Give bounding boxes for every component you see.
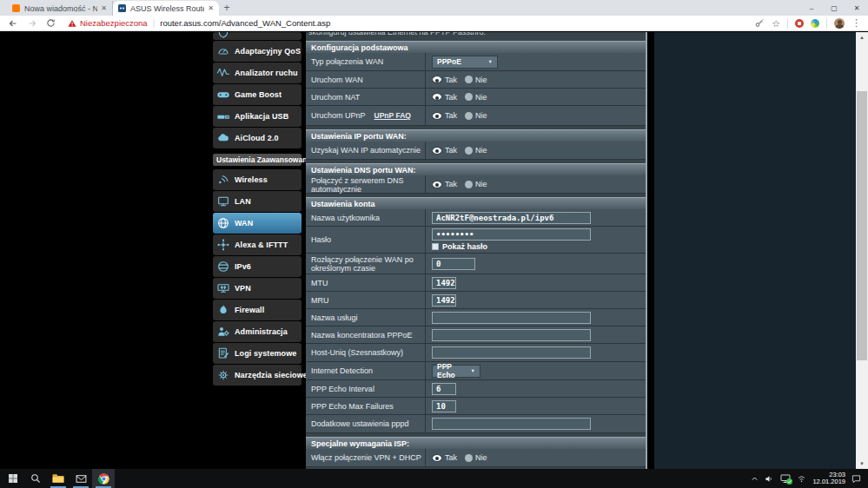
radio-label: Tak bbox=[445, 93, 457, 102]
chrome-taskbar-icon[interactable] bbox=[92, 469, 115, 488]
tray-chevron-icon[interactable] bbox=[751, 475, 759, 483]
text-input[interactable] bbox=[432, 418, 591, 430]
pppoe-select[interactable]: PPPoE▼ bbox=[432, 56, 498, 69]
usb-icon bbox=[215, 109, 230, 124]
profile-avatar[interactable] bbox=[834, 18, 845, 29]
network-ethernet-icon[interactable] bbox=[780, 474, 791, 484]
sidebar-item-administracja[interactable]: Administracja bbox=[213, 321, 301, 342]
scroll-down-arrow[interactable]: ▼ bbox=[856, 458, 868, 469]
text-input[interactable]: 0 bbox=[432, 258, 475, 270]
radio-tak-selected[interactable] bbox=[432, 181, 442, 188]
text-input[interactable] bbox=[432, 346, 591, 359]
bookmark-star-icon[interactable]: ☆ bbox=[772, 19, 780, 28]
ppp-echo-select[interactable]: PPP Echo▼ bbox=[432, 365, 480, 378]
radio-tak-selected[interactable] bbox=[432, 93, 442, 101]
row-label-text: Połączyć z serwerem DNS automatycznie bbox=[311, 176, 421, 194]
row-value: ••••••••Pokaż hasło bbox=[426, 227, 646, 253]
tab-close-icon[interactable]: ✕ bbox=[208, 4, 214, 12]
vertical-scrollbar[interactable]: ▲ ▼ bbox=[856, 32, 868, 469]
taskbar-clock[interactable]: 23:03 12.01.2019 bbox=[812, 472, 845, 486]
sidebar-item-ipv6[interactable]: IPv6 bbox=[213, 256, 301, 277]
row-value: 0 bbox=[426, 254, 646, 274]
sidebar-item-lan[interactable]: LAN bbox=[213, 191, 301, 212]
sidebar-item-vpn[interactable]: VPN bbox=[213, 278, 301, 299]
text-input[interactable]: AcNR2tF@neostrada.pl/ipv6 bbox=[432, 212, 591, 224]
wave-icon bbox=[215, 66, 230, 81]
radio-nie[interactable] bbox=[465, 76, 473, 83]
forward-icon[interactable] bbox=[25, 16, 38, 30]
cloud-icon bbox=[215, 131, 230, 146]
sidebar-item-game-boost[interactable]: Game Boost bbox=[213, 84, 301, 105]
text-input[interactable]: 6 bbox=[432, 383, 456, 395]
close-button[interactable]: ✕ bbox=[845, 0, 868, 16]
show-password-checkbox[interactable] bbox=[432, 243, 439, 250]
row-label: Połączyć z serwerem DNS automatycznie bbox=[306, 175, 426, 193]
sidebar-item-aicloud-2-0[interactable]: AiCloud 2.0 bbox=[213, 128, 301, 148]
input-value: 1492 bbox=[436, 296, 455, 305]
key-icon[interactable] bbox=[754, 18, 765, 29]
sidebar-item-wan[interactable]: WAN bbox=[213, 213, 301, 234]
row-value: PPPoE▼ bbox=[426, 53, 646, 70]
text-input[interactable]: 1492 bbox=[432, 294, 456, 307]
sidebar-item-clipped[interactable] bbox=[213, 32, 301, 40]
form-row-uruchom-wan: Uruchom WANTakNie bbox=[306, 71, 646, 89]
radio-tak-selected[interactable] bbox=[432, 147, 442, 155]
adblock-extension-icon[interactable] bbox=[795, 19, 804, 28]
radio-nie[interactable] bbox=[465, 454, 473, 462]
file-explorer-icon[interactable] bbox=[47, 469, 70, 488]
radio-nie[interactable] bbox=[465, 147, 473, 155]
reload-icon[interactable] bbox=[44, 16, 57, 30]
mail-app-icon[interactable] bbox=[70, 469, 92, 488]
browser-menu-icon[interactable]: ⋮ bbox=[851, 17, 861, 29]
sidebar-item-analizator-ruchu[interactable]: Analizator ruchu bbox=[213, 63, 301, 83]
text-input[interactable]: 10 bbox=[432, 400, 456, 412]
sidebar-item-label: Administracja bbox=[235, 327, 288, 336]
extension-icon[interactable] bbox=[811, 19, 819, 28]
new-tab-button[interactable]: + bbox=[219, 1, 235, 16]
form-row-dodatkowe-ustawienia-pppd: Dodatkowe ustawienia pppd bbox=[306, 415, 646, 433]
browser-tab-orange[interactable]: Nowa wiadomość - Nasz Orange ✕ bbox=[7, 1, 113, 16]
form-row-internet-detection: Internet DetectionPPP Echo▼ bbox=[306, 362, 646, 380]
row-label: Host-Uniq (Szesnastkowy) bbox=[306, 344, 426, 361]
text-input[interactable] bbox=[432, 329, 591, 341]
upnp-faq-link[interactable]: UPnP FAQ bbox=[374, 111, 411, 120]
start-button[interactable] bbox=[2, 469, 24, 488]
text-input[interactable]: 1492 bbox=[432, 277, 456, 289]
vpn-icon bbox=[215, 281, 230, 296]
maximize-button[interactable]: ▢ bbox=[823, 0, 845, 16]
sidebar-section-advanced-settings: Ustawienia Zaawansowane bbox=[213, 154, 301, 166]
form-row-uzyskaj-wan-ip-automatycznie: Uzyskaj WAN IP automatycznieTakNie bbox=[306, 142, 646, 160]
password-input[interactable]: •••••••• bbox=[432, 228, 591, 241]
radio-nie[interactable] bbox=[465, 112, 473, 120]
minimize-button[interactable]: – bbox=[800, 0, 823, 16]
radio-tak-selected[interactable] bbox=[432, 76, 442, 83]
browser-toolbar: Niezabezpieczona | router.asus.com/Advan… bbox=[0, 16, 868, 31]
site-security-indicator[interactable]: Niezabezpieczona bbox=[68, 18, 148, 28]
notification-center-icon[interactable] bbox=[851, 474, 861, 484]
sidebar-item-wireless[interactable]: Wireless bbox=[213, 169, 301, 190]
sidebar-item-label: Logi systemowe bbox=[235, 349, 296, 358]
radio-nie[interactable] bbox=[465, 93, 473, 101]
log-icon bbox=[215, 346, 230, 361]
url-text[interactable]: router.asus.com/Advanced_WAN_Content.asp bbox=[160, 18, 330, 28]
text-input[interactable] bbox=[432, 312, 591, 324]
radio-label: Tak bbox=[445, 453, 457, 462]
scrollbar-thumb[interactable] bbox=[857, 91, 867, 360]
back-icon[interactable] bbox=[6, 16, 19, 30]
sidebar-item-logi-systemowe[interactable]: Logi systemowe bbox=[213, 343, 301, 364]
tab-close-icon[interactable]: ✕ bbox=[101, 4, 107, 12]
radio-tak-selected[interactable] bbox=[432, 454, 442, 462]
sidebar-item-alexa-ifttt[interactable]: Alexa & IFTTT bbox=[213, 234, 301, 255]
wifi-signal-icon[interactable] bbox=[797, 474, 806, 483]
sidebar-item-narz-dzia-sieciowe[interactable]: Narzędzia sieciowe bbox=[213, 365, 301, 386]
browser-tab-asus[interactable]: ASUS Wireless Router RT-AX88U ✕ bbox=[113, 1, 219, 16]
search-icon[interactable] bbox=[24, 469, 47, 488]
radio-tak-selected[interactable] bbox=[432, 112, 442, 120]
sidebar-item-aplikacja-usb[interactable]: Aplikacja USB bbox=[213, 106, 301, 127]
sidebar-item-firewall[interactable]: Firewall bbox=[213, 300, 301, 320]
orange-favicon bbox=[12, 4, 20, 12]
volume-icon[interactable] bbox=[765, 474, 774, 484]
scroll-up-arrow[interactable]: ▲ bbox=[856, 32, 868, 43]
radio-nie[interactable] bbox=[465, 181, 473, 188]
sidebar-item-adaptacyjny-qos[interactable]: Adaptacyjny QoS bbox=[213, 41, 301, 62]
